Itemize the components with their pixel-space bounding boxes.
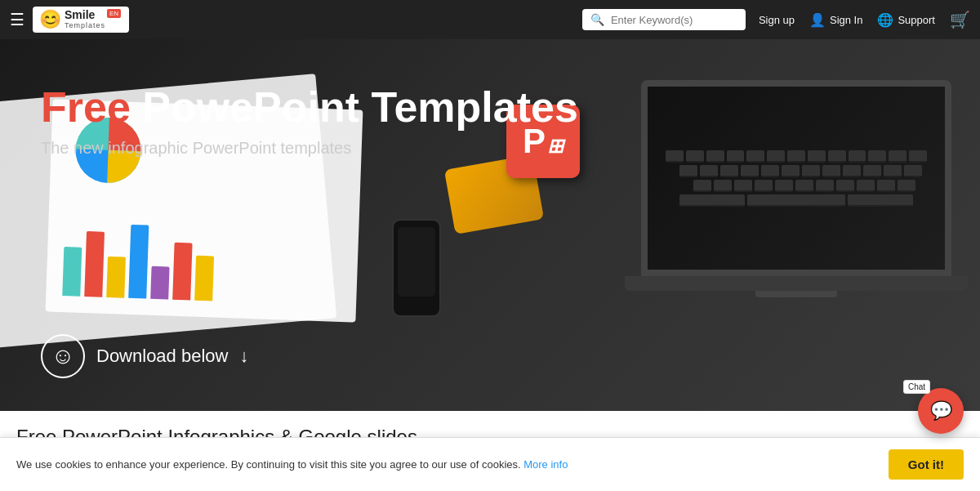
cart-icon[interactable]: 🛒	[950, 10, 970, 29]
cookie-got-button[interactable]: Got it!	[889, 449, 964, 480]
signup-button[interactable]: Sign up	[759, 14, 795, 26]
logo[interactable]: 😊 Smile Templates EN	[33, 7, 129, 33]
logo-text: Smile Templates	[65, 9, 105, 29]
chat-icon: 💬	[930, 400, 952, 422]
menu-icon[interactable]: ☰	[10, 11, 24, 28]
smile-circle: ☺	[41, 334, 85, 378]
support-button[interactable]: 🌐 Support	[877, 12, 935, 28]
hero-content: Free PowePoint Templates The new infogra…	[41, 84, 578, 158]
cookie-text: We use cookies to enhance your experienc…	[16, 458, 880, 471]
hero-section: P ⊞	[0, 39, 980, 411]
smile-icon: 😊	[39, 9, 61, 30]
hero-download[interactable]: ☺ Download below ↓	[41, 334, 248, 378]
cookie-banner: We use cookies to enhance your experienc…	[0, 437, 980, 491]
laptop-base	[625, 276, 968, 291]
cookie-more-link[interactable]: More info	[523, 458, 568, 471]
search-bar[interactable]: 🔍	[582, 9, 746, 30]
globe-icon: 🌐	[877, 12, 893, 28]
chat-label: Chat	[903, 380, 930, 394]
chat-bubble[interactable]: Chat 💬	[918, 388, 964, 434]
search-input[interactable]	[611, 14, 733, 26]
language-badge: EN	[107, 9, 121, 18]
hero-title: Free PowePoint Templates	[41, 84, 578, 131]
laptop-stand	[755, 291, 837, 297]
phone-decoration	[392, 219, 441, 317]
user-icon: 👤	[809, 12, 826, 28]
signin-button[interactable]: 👤 Sign In	[809, 12, 862, 28]
navbar: ☰ 😊 Smile Templates EN 🔍 Sign up 👤 Sign …	[0, 0, 980, 39]
navbar-actions: Sign up 👤 Sign In 🌐 Support 🛒	[759, 10, 970, 29]
download-below-text: Download below	[96, 346, 228, 367]
hero-subtitle: The new infographic PowerPoint templates	[41, 139, 578, 158]
download-arrow-icon: ↓	[239, 346, 248, 367]
search-icon: 🔍	[590, 13, 604, 26]
laptop-decoration	[612, 80, 980, 297]
